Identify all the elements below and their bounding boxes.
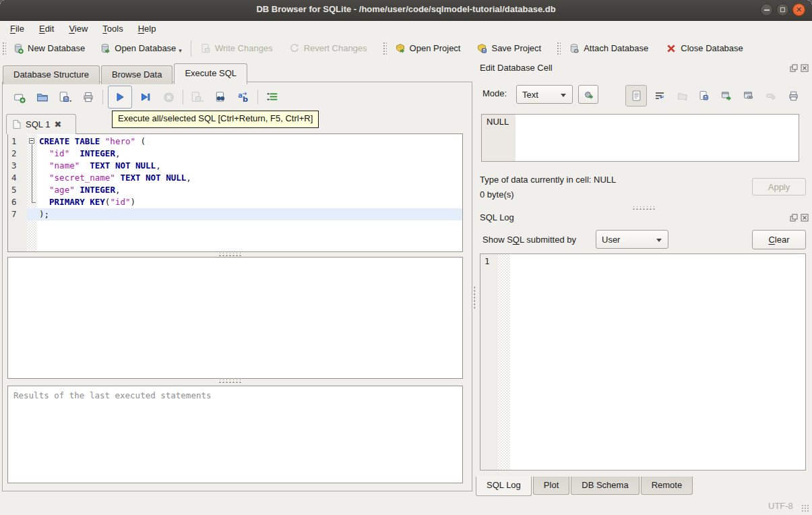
code-text: PRIMARY KEY("id") <box>39 196 462 208</box>
code-text: "secret_name" TEXT NOT NULL, <box>39 172 462 184</box>
write-changes-button[interactable]: Write Changes <box>195 40 278 57</box>
resize-grip[interactable] <box>801 504 810 513</box>
toolbar-drag-handle[interactable] <box>382 41 387 56</box>
save-project-label: Save Project <box>491 43 541 53</box>
attach-database-label: Attach Database <box>584 43 648 53</box>
fold-margin-cell <box>28 208 37 220</box>
toolbar-separator <box>183 90 183 104</box>
execute-all-button[interactable] <box>108 86 132 109</box>
execution-log-pane[interactable]: Results of the last executed statements <box>7 386 463 483</box>
sql-file-icon <box>12 119 22 129</box>
menu-tools[interactable]: Tools <box>95 22 130 35</box>
fold-marker-icon[interactable] <box>28 135 37 148</box>
set-link-icon[interactable] <box>742 89 755 102</box>
results-grid-pane[interactable] <box>7 257 463 379</box>
save-project-button[interactable]: Save Project <box>471 40 546 57</box>
mode-select[interactable]: Text <box>516 85 573 104</box>
save-results-button[interactable] <box>191 90 204 104</box>
close-tab-icon[interactable]: ✖ <box>54 119 61 129</box>
fold-margin-cell <box>28 196 37 208</box>
line-number: 1 <box>8 135 28 148</box>
sql-document-tab[interactable]: SQL 1 ✖ <box>6 114 76 134</box>
tab-database-structure[interactable]: Database Structure <box>3 65 100 84</box>
open-sql-tab-button[interactable] <box>13 90 26 104</box>
execute-line-button[interactable] <box>139 90 152 104</box>
tab-label: Browse Data <box>112 69 162 80</box>
float-panel-icon[interactable] <box>790 214 798 222</box>
menu-edit[interactable]: Edit <box>32 22 61 35</box>
write-changes-icon <box>200 43 211 54</box>
tab-sql-log[interactable]: SQL Log <box>476 477 532 496</box>
fold-margin-cell <box>28 160 37 172</box>
tab-label: Plot <box>544 480 559 490</box>
close-panel-icon[interactable] <box>801 64 809 72</box>
float-panel-icon[interactable] <box>790 64 798 72</box>
sql-editor-line[interactable]: 7); <box>8 208 462 220</box>
sql-tab-label: SQL 1 <box>26 119 50 129</box>
find-button[interactable] <box>214 90 227 104</box>
sql-editor-line[interactable]: 6 PRIMARY KEY("id") <box>8 196 462 208</box>
menu-file[interactable]: File <box>3 22 32 35</box>
set-null-icon[interactable] <box>764 89 778 102</box>
sql-log-view[interactable]: 1 <box>480 253 806 471</box>
attach-database-button[interactable]: Attach Database <box>563 40 654 57</box>
splitter-handle[interactable] <box>218 380 241 383</box>
new-database-label: New Database <box>28 43 85 53</box>
log-filter-select[interactable]: User <box>596 230 668 249</box>
export-data-icon[interactable] <box>697 89 711 102</box>
close-panel-icon[interactable] <box>801 214 809 222</box>
sql-editor-line[interactable]: 2 "id" INTEGER, <box>8 148 462 160</box>
toolbar-drag-handle[interactable] <box>1 41 6 56</box>
log-line-gutter <box>480 254 498 470</box>
open-database-button[interactable]: Open Database ▾ <box>94 40 187 57</box>
open-sql-file-button[interactable] <box>36 90 49 104</box>
sql-editor-line[interactable]: 3 "name" TEXT NOT NULL, <box>8 160 462 172</box>
line-number: 3 <box>8 160 28 172</box>
word-wrap-icon[interactable] <box>653 89 666 102</box>
tab-remote[interactable]: Remote <box>641 477 693 495</box>
tab-browse-data[interactable]: Browse Data <box>101 65 173 84</box>
tab-db-schema[interactable]: DB Schema <box>571 477 639 495</box>
import-data-icon[interactable] <box>675 89 689 102</box>
sql-editor-line[interactable]: 1CREATE TABLE "hero" ( <box>8 135 462 148</box>
apply-format-button[interactable] <box>578 85 598 104</box>
clear-log-button[interactable]: Clear <box>752 230 806 249</box>
open-database-label: Open Database <box>115 43 176 53</box>
menu-help[interactable]: Help <box>131 22 164 35</box>
text-mode-toggle[interactable] <box>625 85 647 107</box>
minimize-button[interactable] <box>760 3 773 16</box>
maximize-button[interactable] <box>776 3 789 16</box>
format-sql-button[interactable]: ab <box>237 90 250 104</box>
sql-editor-line[interactable]: 5 "age" INTEGER, <box>8 184 462 196</box>
stop-button[interactable] <box>162 90 175 104</box>
sql-editor-line[interactable]: 4 "secret_name" TEXT NOT NULL, <box>8 172 462 184</box>
dock-splitter-handle[interactable] <box>632 206 655 210</box>
splitter-handle[interactable] <box>218 253 241 256</box>
code-text: "id" INTEGER, <box>39 148 462 160</box>
open-external-icon[interactable] <box>720 89 733 102</box>
cell-type-info: Type of data currently in cell: NULL <box>480 175 616 185</box>
revert-changes-button[interactable]: Revert Changes <box>284 40 373 57</box>
titlebar[interactable]: DB Browser for SQLite - /home/user/code/… <box>0 0 812 21</box>
save-sql-file-button[interactable] <box>59 90 72 104</box>
toolbar-drag-handle[interactable] <box>556 41 561 56</box>
close-button[interactable]: ✕ <box>792 3 805 16</box>
open-database-dropdown-icon[interactable]: ▾ <box>179 47 182 54</box>
cell-value-editor[interactable]: NULL <box>481 114 799 162</box>
apply-button[interactable]: Apply <box>752 178 806 195</box>
menu-view[interactable]: View <box>61 22 95 35</box>
new-database-button[interactable]: New Database <box>7 40 90 57</box>
sql-toolbar: ab <box>8 86 284 109</box>
print-cell-icon[interactable] <box>786 89 800 102</box>
tab-execute-sql[interactable]: Execute SQL <box>174 63 247 84</box>
tab-label: SQL Log <box>487 480 521 490</box>
print-sql-button[interactable] <box>82 90 95 104</box>
tab-plot[interactable]: Plot <box>533 477 569 495</box>
sql-editor[interactable]: 1CREATE TABLE "hero" (2 "id" INTEGER,3 "… <box>7 133 463 252</box>
line-number: 6 <box>8 196 28 208</box>
tab-label: Database Structure <box>13 69 89 80</box>
close-database-button[interactable]: Close Database <box>660 40 749 57</box>
tab-label: Remote <box>652 480 683 490</box>
open-project-button[interactable]: Open Project <box>389 40 466 57</box>
show-results-list-button[interactable] <box>266 90 279 104</box>
